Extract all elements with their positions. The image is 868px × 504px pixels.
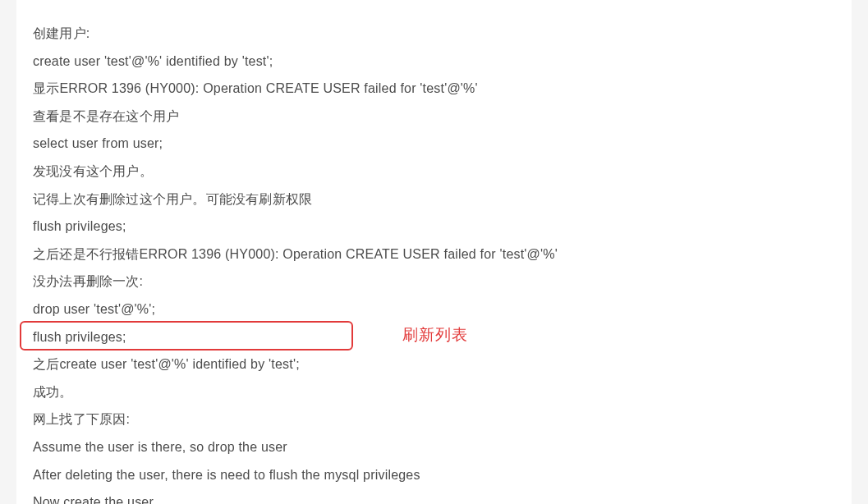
text-line: 网上找了下原因: (33, 405, 835, 433)
text-line: After deleting the user, there is need t… (33, 461, 835, 489)
text-line: 成功。 (33, 378, 835, 406)
text-line: create user 'test'@'%' identified by 'te… (33, 48, 835, 76)
text-line: 记得上次有删除过这个用户。可能没有刷新权限 (33, 186, 835, 213)
text-line: Assume the user is there, so drop the us… (33, 433, 835, 461)
text-line: 没办法再删除一次: (33, 268, 835, 296)
text-line: 发现没有这个用户。 (33, 158, 835, 186)
annotation-label: 刷新列表 (402, 324, 468, 346)
text-line: 查看是不是存在这个用户 (33, 103, 835, 131)
text-line: 显示ERROR 1396 (HY000): Operation CREATE U… (33, 75, 835, 103)
text-line: flush privileges; (33, 213, 835, 241)
highlighted-line-container: flush privileges; 刷新列表 (33, 323, 835, 351)
text-line: drop user 'test'@'%'; (33, 296, 835, 323)
document-content: 创建用户: create user 'test'@'%' identified … (16, 0, 852, 504)
text-line: 之后还是不行报错ERROR 1396 (HY000): Operation CR… (33, 241, 835, 268)
text-line: 之后create user 'test'@'%' identified by '… (33, 351, 835, 378)
text-line: Now create the user. (33, 488, 835, 504)
text-line: select user from user; (33, 130, 835, 158)
text-line: 创建用户: (33, 20, 835, 48)
